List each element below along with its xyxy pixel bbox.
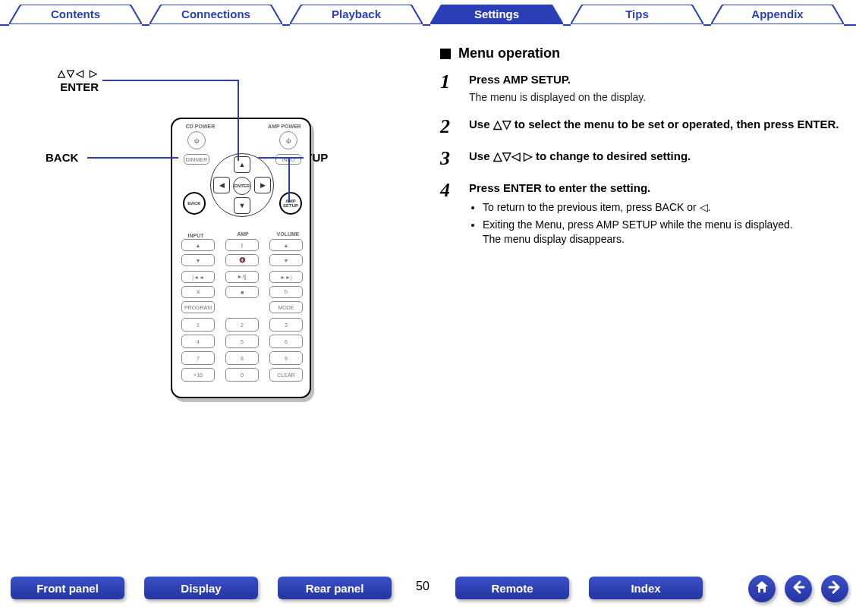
remote-amp-setup-button: AMP SETUP xyxy=(279,192,302,215)
step-2: 2 Use △▽ to select the menu to be set or… xyxy=(440,117,842,137)
page-number: 50 xyxy=(416,580,430,593)
home-icon xyxy=(754,580,769,599)
bottom-nav: Front panel Display Rear panel 50 Remote… xyxy=(0,577,856,602)
step-4-bullet-1: To return to the previous item, press BA… xyxy=(483,200,793,215)
link-remote[interactable]: Remote xyxy=(455,577,569,599)
next-page-button[interactable] xyxy=(821,575,848,602)
remote-control-illustration: CD POWER AMP POWER ⏻ ⏻ DIMMER INFO ▲ ▼ ◀… xyxy=(171,118,311,398)
section-heading: Menu operation xyxy=(440,46,842,61)
step-1: 1 Press AMP SETUP. The menu is displayed… xyxy=(440,72,842,105)
callout-back: BACK xyxy=(46,151,78,164)
prev-page-button[interactable] xyxy=(785,575,812,602)
step-3: 3 Use △▽◁ ▷ to change to desired setting… xyxy=(440,149,842,168)
top-tab-nav: Contents Connections Playback Settings T… xyxy=(0,5,856,27)
link-index[interactable]: Index xyxy=(589,577,703,599)
home-button[interactable] xyxy=(748,575,776,602)
link-display[interactable]: Display xyxy=(144,577,258,599)
callout-enter-text: ENTER xyxy=(60,80,99,93)
callout-enter: △▽◁ ▷ ENTER xyxy=(23,66,99,95)
callout-enter-arrows: △▽◁ ▷ xyxy=(58,68,99,79)
arrow-left-icon xyxy=(791,580,806,599)
arrow-right-icon xyxy=(827,580,842,599)
tab-playback[interactable]: Playback xyxy=(290,5,423,24)
tab-label: Settings xyxy=(474,8,519,20)
bluetooth-icon: ᛒ xyxy=(241,243,244,248)
tab-contents[interactable]: Contents xyxy=(9,5,142,24)
remote-back-button: BACK xyxy=(183,192,206,215)
tab-tips[interactable]: Tips xyxy=(571,5,703,24)
step-4: 4 Press ENTER to enter the setting. To r… xyxy=(440,181,842,250)
tab-label: Playback xyxy=(332,8,381,20)
link-front-panel[interactable]: Front panel xyxy=(11,577,124,599)
tab-label: Appendix xyxy=(751,8,803,20)
link-rear-panel[interactable]: Rear panel xyxy=(278,577,392,599)
step-4-bullet-2: Exiting the Menu, press AMP SETUP while … xyxy=(483,218,793,247)
tab-label: Connections xyxy=(181,8,250,20)
tab-appendix[interactable]: Appendix xyxy=(711,5,844,24)
tab-settings[interactable]: Settings xyxy=(430,5,563,24)
tab-label: Tips xyxy=(625,8,649,20)
tab-label: Contents xyxy=(51,8,100,20)
instruction-column: Menu operation 1 Press AMP SETUP. The me… xyxy=(440,46,842,262)
tab-connections[interactable]: Connections xyxy=(149,5,282,24)
